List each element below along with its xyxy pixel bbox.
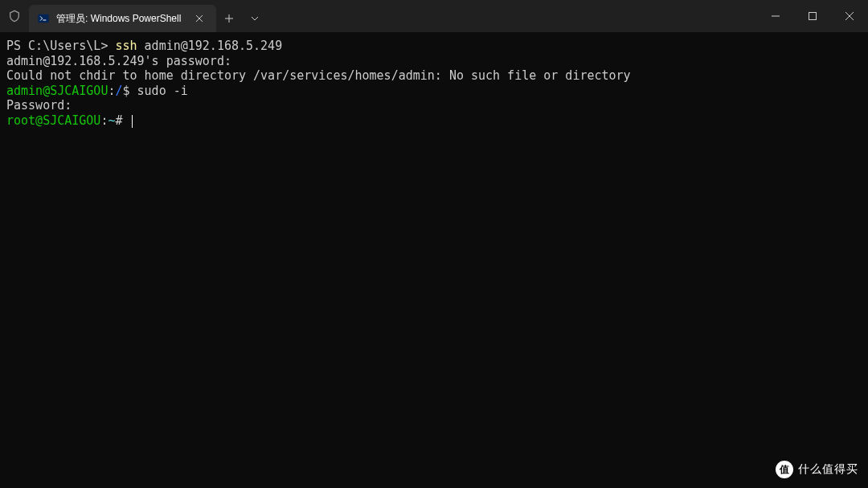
svg-rect-7 <box>809 13 817 20</box>
watermark-text: 什么值得买 <box>798 462 858 477</box>
maximize-icon <box>809 12 817 20</box>
cursor <box>132 115 133 128</box>
prompt-dollar: $ <box>123 84 137 98</box>
command-args: admin@192.168.5.249 <box>137 39 283 53</box>
close-window-button[interactable] <box>831 0 868 32</box>
svg-rect-0 <box>38 14 48 23</box>
shield-icon <box>8 10 21 23</box>
window-controls <box>757 0 868 32</box>
prompt-hash: # <box>115 113 129 128</box>
tab-close-button[interactable] <box>192 11 207 26</box>
command-sudo: sudo -i <box>137 84 188 98</box>
chevron-down-icon <box>251 16 259 21</box>
watermark-badge: 值 <box>776 461 793 478</box>
watermark: 值 什么值得买 <box>776 461 858 478</box>
powershell-icon <box>37 12 50 25</box>
tab-title: 管理员: Windows PowerShell <box>56 12 181 26</box>
output-line: admin@192.168.5.249's password: <box>6 54 231 68</box>
tab-dropdown-button[interactable] <box>242 5 268 32</box>
titlebar-drag-area[interactable] <box>268 0 757 32</box>
minimize-button[interactable] <box>757 0 794 32</box>
close-icon <box>195 14 203 23</box>
new-tab-button[interactable] <box>216 5 242 32</box>
app-menu-button[interactable] <box>0 0 29 32</box>
maximize-button[interactable] <box>794 0 831 32</box>
remote-prompt-user: admin@SJCAIGOU <box>6 84 108 98</box>
close-icon <box>845 12 854 20</box>
tab-powershell[interactable]: 管理员: Windows PowerShell <box>29 5 216 32</box>
terminal-output[interactable]: PS C:\Users\L> ssh admin@192.168.5.249 a… <box>0 32 868 488</box>
output-line: Could not chdir to home directory /var/s… <box>6 68 631 83</box>
output-line: Password: <box>6 98 72 113</box>
plus-icon <box>224 14 234 23</box>
remote-prompt-path: / <box>115 84 122 98</box>
remote-prompt-user: root@SJCAIGOU <box>6 113 100 128</box>
minimize-icon <box>772 12 780 20</box>
titlebar: 管理员: Windows PowerShell <box>0 0 868 32</box>
command-ssh: ssh <box>115 39 137 53</box>
ps-prompt: PS C:\Users\L> <box>6 39 115 53</box>
